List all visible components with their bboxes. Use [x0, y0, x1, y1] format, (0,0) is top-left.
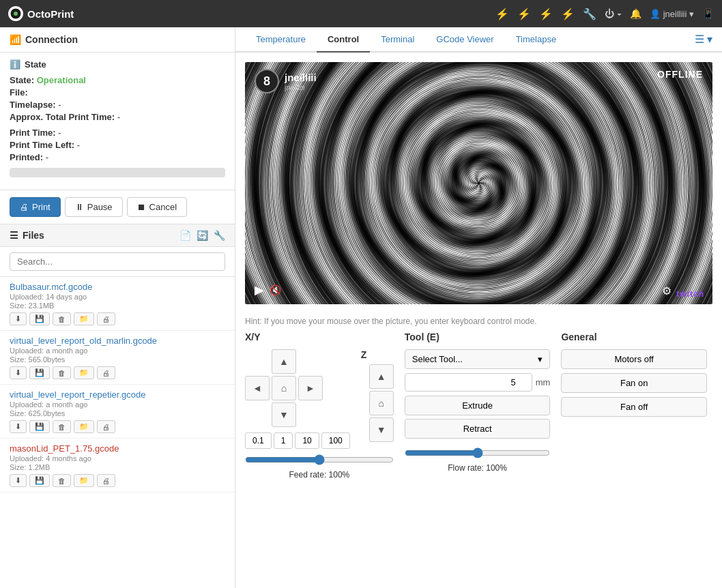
select-tool-button[interactable]: Select Tool... ▾	[405, 349, 551, 369]
file-save-icon[interactable]: 💾	[29, 312, 50, 325]
tab-gcode-viewer[interactable]: GCode Viewer	[425, 27, 504, 53]
file-save-icon[interactable]: 💾	[29, 366, 50, 379]
files-label: Files	[23, 230, 44, 241]
xy-step-1[interactable]: 1	[274, 432, 293, 449]
connection-section[interactable]: 📶 Connection	[0, 27, 235, 53]
list-item: masonLid_PET_1.75.gcode Uploaded: 4 mont…	[0, 439, 235, 493]
file-download-icon[interactable]: ⬇	[10, 474, 27, 487]
files-search	[0, 247, 235, 277]
file-delete-icon[interactable]: 🗑	[53, 312, 71, 325]
mm-input[interactable]	[405, 373, 532, 392]
video-hint: Hint: If you move your mouse over the pi…	[235, 314, 722, 332]
wrench-icon[interactable]: 🔧	[583, 8, 596, 20]
xy-step-0.1[interactable]: 0.1	[245, 432, 272, 449]
files-wrench-icon[interactable]: 🔧	[214, 230, 225, 241]
user-menu-button[interactable]: 👤 jneilliii ▾	[650, 9, 694, 19]
file-size: Size: 625.0bytes	[10, 409, 225, 417]
fan-on-button[interactable]: Fan on	[561, 373, 707, 393]
feed-rate-slider[interactable]	[245, 454, 394, 465]
fan-on-label: Fan on	[620, 378, 648, 388]
file-print-icon[interactable]: 🖨	[97, 312, 115, 325]
state-row-printed: Printed: -	[10, 152, 225, 162]
xy-z-row: ▲ ◄ ⌂ ► ▼ 0.1 1	[245, 349, 394, 449]
approx-value: -	[117, 112, 120, 122]
pause-icon: ⏸	[75, 202, 84, 212]
video-settings-button[interactable]: ⚙	[662, 284, 672, 297]
search-input[interactable]	[10, 252, 225, 271]
file-print-icon[interactable]: 🖨	[97, 420, 115, 433]
file-folder-icon[interactable]: 📁	[74, 366, 94, 379]
tab-terminal[interactable]: Terminal	[370, 27, 425, 53]
file-name[interactable]: masonLid_PET_1.75.gcode	[10, 443, 225, 454]
brand-icon	[8, 6, 23, 21]
file-download-icon[interactable]: ⬇	[10, 420, 27, 433]
print-time-label: Print Time:	[10, 128, 56, 138]
state-row-status: State: Operational	[10, 75, 225, 85]
control-panels: X/Y ▲ ◄ ⌂ ►	[235, 332, 722, 489]
files-header-icons: 📄 🔄 🔧	[179, 230, 225, 241]
file-folder-icon[interactable]: 📁	[74, 312, 94, 325]
file-delete-icon[interactable]: 🗑	[53, 420, 71, 433]
flow-rate-section: Flow rate: 100%	[405, 447, 551, 473]
retract-label: Retract	[463, 424, 492, 434]
jog-y-minus-button[interactable]: ▼	[272, 402, 296, 427]
file-download-icon[interactable]: ⬇	[10, 312, 27, 325]
select-tool-label: Select Tool...	[412, 354, 463, 364]
video-status: OFFLINE	[657, 69, 703, 80]
jog-y-plus-button[interactable]: ▲	[272, 349, 296, 374]
file-download-icon[interactable]: ⬇	[10, 366, 27, 379]
fan-off-button[interactable]: Fan off	[561, 397, 707, 417]
print-button[interactable]: 🖨 Print	[10, 197, 61, 217]
jog-x-minus-button[interactable]: ◄	[245, 376, 270, 400]
bell-icon[interactable]: 🔔	[630, 8, 641, 19]
file-name[interactable]: virtual_level_report_old_marlin.gcode	[10, 336, 225, 346]
flow-rate-slider[interactable]	[405, 447, 551, 458]
tabs-menu-button[interactable]: ☰ ▾	[695, 33, 712, 46]
printed-label: Printed:	[10, 152, 43, 162]
file-delete-icon[interactable]: 🗑	[53, 474, 71, 487]
cancel-icon: ⏹	[137, 202, 146, 212]
jog-z-minus-button[interactable]: ▼	[369, 417, 394, 442]
jog-x-plus-button[interactable]: ►	[298, 376, 323, 400]
file-print-icon[interactable]: 🖨	[97, 474, 115, 487]
layout: 📶 Connection ℹ️ State State: Operational…	[0, 27, 722, 588]
jog-z-plus-button[interactable]: ▲	[369, 364, 394, 389]
user-avatar-icon: 👤	[650, 9, 661, 19]
tab-temperature[interactable]: Temperature	[245, 27, 317, 53]
extrude-button[interactable]: Extrude	[405, 396, 551, 415]
pause-button[interactable]: ⏸ Pause	[65, 197, 123, 217]
user-label: jneilliii ▾	[663, 9, 694, 19]
brand-name: OctoPrint	[27, 8, 74, 20]
print-icon: 🖨	[20, 202, 29, 212]
file-folder-icon[interactable]: 📁	[74, 420, 94, 433]
cancel-button[interactable]: ⏹ Cancel	[127, 197, 187, 217]
file-delete-icon[interactable]: 🗑	[53, 366, 71, 379]
flow-rate-label: Flow rate: 100%	[405, 463, 551, 473]
file-save-icon[interactable]: 💾	[29, 474, 50, 487]
file-name[interactable]: virtual_level_report_repetier.gcode	[10, 389, 225, 400]
files-refresh-icon[interactable]: 🔄	[197, 230, 208, 241]
video-play-button[interactable]: ▶	[255, 282, 264, 297]
video-mute-button[interactable]: 🔇	[270, 284, 281, 295]
tab-timelapse[interactable]: Timelapse	[505, 27, 567, 53]
xy-step-10[interactable]: 10	[295, 432, 319, 449]
files-new-icon[interactable]: 📄	[179, 230, 191, 241]
file-name[interactable]: Bulbasaur.mcf.gcode	[10, 282, 225, 292]
sidebar: 📶 Connection ℹ️ State State: Operational…	[0, 27, 235, 588]
tab-control[interactable]: Control	[317, 27, 370, 53]
file-folder-icon[interactable]: 📁	[74, 474, 94, 487]
power-icon[interactable]: ⏻ ▾	[605, 8, 622, 19]
state-label: State:	[10, 75, 34, 85]
motors-off-button[interactable]: Motors off	[561, 349, 707, 369]
jog-home-z-button[interactable]: ⌂	[369, 391, 394, 415]
lightning-icon-4: ⚡	[561, 8, 575, 20]
jog-home-xy-button[interactable]: ⌂	[272, 376, 296, 400]
files-label-group: ☰ Files	[10, 230, 179, 241]
mobile-icon[interactable]: 📱	[702, 8, 714, 19]
xy-step-100[interactable]: 100	[321, 432, 350, 449]
xy-title: X/Y	[245, 332, 394, 342]
file-print-icon[interactable]: 🖨	[97, 366, 115, 379]
file-save-icon[interactable]: 💾	[29, 420, 50, 433]
state-title-label: State	[25, 59, 46, 70]
retract-button[interactable]: Retract	[405, 419, 551, 439]
